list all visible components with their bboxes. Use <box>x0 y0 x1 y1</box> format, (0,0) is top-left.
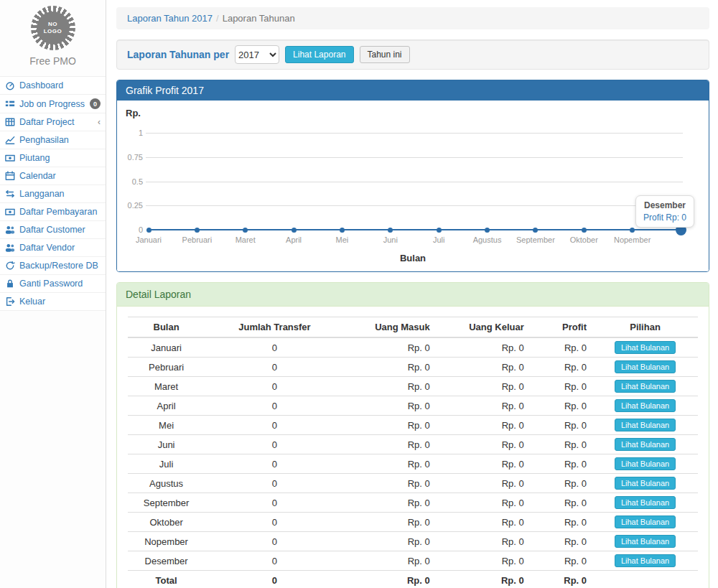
chart-tooltip: Desember Profit Rp: 0 <box>635 195 694 228</box>
data-point-september[interactable] <box>533 228 538 233</box>
cell-profit: Rp. 0 <box>530 532 592 551</box>
sidebar-item-backup-restore-db[interactable]: Backup/Restore DB <box>0 257 106 275</box>
column-header-profit: Profit <box>530 317 592 338</box>
sidebar-item-label: Dashboard <box>19 80 63 90</box>
lihat-bulanan-button[interactable]: Lihat Bulanan <box>615 360 676 373</box>
data-point-maret[interactable] <box>243 228 248 233</box>
lihat-bulanan-button[interactable]: Lihat Bulanan <box>615 515 676 528</box>
total-profit: Rp. 0 <box>530 571 592 588</box>
breadcrumb-separator: / <box>216 13 219 24</box>
data-point-agustus[interactable] <box>485 228 490 233</box>
y-axis-title: Rp. <box>126 108 141 118</box>
data-point-mei[interactable] <box>340 228 345 233</box>
sidebar-item-label: Langganan <box>19 189 65 199</box>
year-select[interactable]: 2017 <box>235 45 279 64</box>
cell-bulan: Pebruari <box>128 358 205 377</box>
cell-uang-masuk: Rp. 0 <box>345 532 436 551</box>
lihat-bulanan-button[interactable]: Lihat Bulanan <box>615 535 676 548</box>
cell-pilihan: Lihat Bulanan <box>592 532 698 551</box>
sidebar-item-calendar[interactable]: Calendar <box>0 167 106 185</box>
lihat-bulanan-button[interactable]: Lihat Bulanan <box>615 380 676 393</box>
lihat-bulanan-button[interactable]: Lihat Bulanan <box>615 419 676 431</box>
cell-uang-masuk: Rp. 0 <box>345 513 436 532</box>
lihat-bulanan-button[interactable]: Lihat Bulanan <box>615 399 676 412</box>
data-point-pebruari[interactable] <box>195 228 200 233</box>
data-point-juni[interactable] <box>388 228 393 233</box>
lihat-bulanan-button[interactable]: Lihat Bulanan <box>615 477 676 490</box>
lihat-bulanan-button[interactable]: Lihat Bulanan <box>615 554 676 567</box>
monthly-report-table: BulanJumlah TransferUang MasukUang Kelua… <box>128 317 698 588</box>
sidebar-item-ganti-password[interactable]: Ganti Password <box>0 275 106 293</box>
lihat-bulanan-button[interactable]: Lihat Bulanan <box>615 457 676 470</box>
tahun-ini-button[interactable]: Tahun ini <box>360 46 410 63</box>
cell-uang-masuk: Rp. 0 <box>345 454 436 474</box>
line-chart-icon <box>5 135 15 145</box>
total-uang-keluar: Rp. 0 <box>436 571 530 588</box>
app-logo: NO LOGO <box>31 6 75 50</box>
sidebar-item-daftar-vendor[interactable]: Daftar Vendor <box>0 239 106 257</box>
total-uang-masuk: Rp. 0 <box>345 571 436 588</box>
cell-uang-masuk: Rp. 0 <box>345 337 436 358</box>
breadcrumb-current: Laporan Tahunan <box>223 13 295 24</box>
sidebar-item-keluar[interactable]: Keluar <box>0 293 106 311</box>
cell-bulan: Juli <box>128 454 205 474</box>
column-header-pilihan: Pilihan <box>592 317 698 338</box>
users-icon <box>5 225 15 235</box>
table-row: September0Rp. 0Rp. 0Rp. 0Lihat Bulanan <box>128 493 698 513</box>
breadcrumb-link-laporan-tahun[interactable]: Laporan Tahun 2017 <box>127 13 213 24</box>
sidebar-item-job-on-progress[interactable]: Job on Progress0 <box>0 95 106 113</box>
cell-pilihan: Lihat Bulanan <box>592 337 698 358</box>
gauge-icon <box>5 80 15 90</box>
lihat-bulanan-button[interactable]: Lihat Bulanan <box>615 496 676 509</box>
cell-pilihan: Lihat Bulanan <box>592 358 698 377</box>
cell-bulan: Juni <box>128 435 205 454</box>
tooltip-value: Profit Rp: 0 <box>643 213 686 223</box>
table-row: Desember0Rp. 0Rp. 0Rp. 0Lihat Bulanan <box>128 551 698 571</box>
cell-jumlah-transfer: 0 <box>205 532 345 551</box>
chevron-left-icon: ‹ <box>98 118 101 126</box>
cell-uang-masuk: Rp. 0 <box>345 416 436 435</box>
sidebar-item-label: Backup/Restore DB <box>19 261 98 271</box>
sidebar-item-label: Ganti Password <box>19 279 83 289</box>
cell-jumlah-transfer: 0 <box>205 337 345 358</box>
data-point-januari[interactable] <box>146 228 151 233</box>
cell-uang-masuk: Rp. 0 <box>345 551 436 571</box>
table-row: Juli0Rp. 0Rp. 0Rp. 0Lihat Bulanan <box>128 454 698 474</box>
cell-pilihan: Lihat Bulanan <box>592 493 698 513</box>
lihat-bulanan-button[interactable]: Lihat Bulanan <box>615 341 676 354</box>
table-header-row: BulanJumlah TransferUang MasukUang Kelua… <box>128 317 698 338</box>
sidebar-item-dashboard[interactable]: Dashboard <box>0 77 106 95</box>
cell-jumlah-transfer: 0 <box>205 474 345 493</box>
cell-uang-keluar: Rp. 0 <box>436 416 530 435</box>
sidebar-item-penghasilan[interactable]: Penghasilan <box>0 131 106 149</box>
table-row: April0Rp. 0Rp. 0Rp. 0Lihat Bulanan <box>128 396 698 416</box>
cell-profit: Rp. 0 <box>530 454 592 474</box>
lihat-laporan-button[interactable]: Lihat Laporan <box>285 46 353 63</box>
table-icon <box>5 117 15 127</box>
data-point-nopember[interactable] <box>630 228 635 233</box>
page-wrapper: NO LOGO Free PMO DashboardJob on Progres… <box>0 0 718 588</box>
cell-jumlah-transfer: 0 <box>205 513 345 532</box>
sidebar-item-daftar-customer[interactable]: Daftar Customer <box>0 221 106 239</box>
y-tick-label: 0.25 <box>124 201 143 210</box>
sidebar-item-label: Daftar Project <box>19 117 74 127</box>
cell-bulan: Desember <box>128 551 205 571</box>
cell-uang-masuk: Rp. 0 <box>345 435 436 454</box>
x-axis-title: Bulan <box>400 253 426 263</box>
data-point-april[interactable] <box>292 228 297 233</box>
refresh-icon <box>5 261 15 271</box>
sidebar-item-daftar-pembayaran[interactable]: Daftar Pembayaran <box>0 203 106 221</box>
sidebar-item-langganan[interactable]: Langganan <box>0 185 106 203</box>
cell-profit: Rp. 0 <box>530 337 592 358</box>
cell-pilihan: Lihat Bulanan <box>592 474 698 493</box>
lihat-bulanan-button[interactable]: Lihat Bulanan <box>615 438 676 451</box>
report-filter-form: Laporan Tahunan per 2017 Lihat Laporan T… <box>116 39 709 70</box>
data-point-juli[interactable] <box>437 228 442 233</box>
cell-jumlah-transfer: 0 <box>205 435 345 454</box>
table-row: Mei0Rp. 0Rp. 0Rp. 0Lihat Bulanan <box>128 416 698 435</box>
sidebar-item-daftar-project[interactable]: Daftar Project‹ <box>0 113 106 131</box>
filter-label: Laporan Tahunan per <box>127 49 229 60</box>
cell-pilihan: Lihat Bulanan <box>592 396 698 416</box>
sidebar-item-piutang[interactable]: Piutang <box>0 149 106 167</box>
data-point-oktober[interactable] <box>582 228 587 233</box>
